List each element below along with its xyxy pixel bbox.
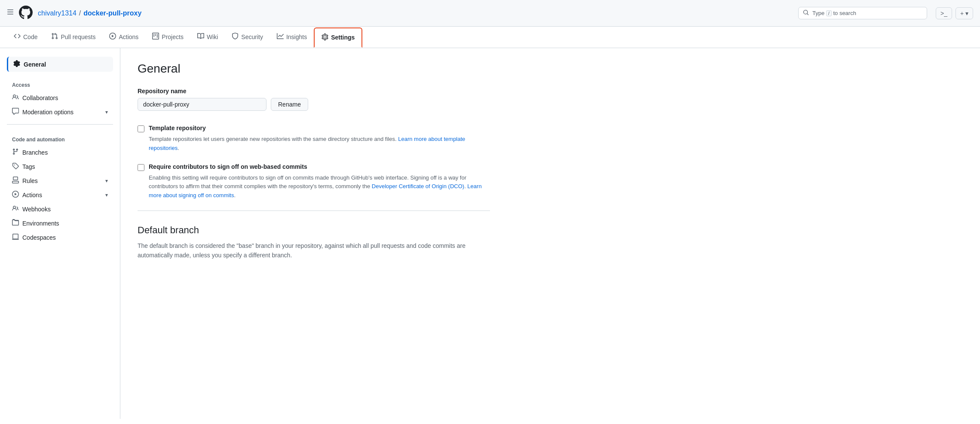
sign-off-desc: Enabling this setting will require contr… xyxy=(138,174,490,200)
repo-path: chivalry1314 / docker-pull-proxy xyxy=(38,9,141,17)
template-repo-label[interactable]: Template repository xyxy=(149,125,206,131)
tab-wiki-label: Wiki xyxy=(207,34,218,40)
default-branch-desc: The default branch is considered the "ba… xyxy=(138,241,490,260)
tab-settings-label: Settings xyxy=(331,34,355,41)
template-repo-section: Template repository Template repositorie… xyxy=(138,125,490,153)
terminal-button[interactable]: >_ xyxy=(936,7,952,19)
tab-insights-label: Insights xyxy=(286,34,307,40)
default-branch-heading: Default branch xyxy=(138,221,490,236)
tab-pull-requests[interactable]: Pull requests xyxy=(44,27,102,48)
access-section-label: Access xyxy=(7,75,113,91)
nav-tabs: Code Pull requests Actions Projects Wiki… xyxy=(0,27,980,48)
sidebar-general-label: General xyxy=(24,61,46,68)
sidebar-item-general[interactable]: General xyxy=(7,57,113,72)
settings-icon xyxy=(322,34,328,42)
search-kbd: / xyxy=(826,10,832,16)
sidebar-item-collaborators[interactable]: Collaborators xyxy=(7,91,113,105)
sidebar-item-environments[interactable]: Environments xyxy=(7,216,113,230)
search-bar[interactable]: Type / to search xyxy=(798,7,927,19)
github-logo[interactable] xyxy=(19,6,33,21)
rules-icon xyxy=(12,177,19,185)
tab-actions-label: Actions xyxy=(119,34,138,40)
rules-label: Rules xyxy=(22,177,38,184)
tab-code[interactable]: Code xyxy=(7,27,44,48)
sign-off-row: Require contributors to sign off on web-… xyxy=(138,163,490,171)
sidebar-item-rules[interactable]: Rules ▾ xyxy=(7,174,113,188)
repo-owner[interactable]: chivalry1314 xyxy=(38,9,77,17)
repo-name-row: Rename xyxy=(138,98,490,111)
pull-request-icon xyxy=(51,33,58,41)
topbar-actions: >_ + ▾ xyxy=(936,7,973,19)
insights-icon xyxy=(277,33,284,41)
repo-name-input[interactable] xyxy=(138,98,266,111)
sign-off-checkbox[interactable] xyxy=(138,164,144,171)
sign-off-label[interactable]: Require contributors to sign off on web-… xyxy=(149,163,307,170)
repo-name-section: Repository name Rename xyxy=(138,88,490,111)
page-title: General xyxy=(138,62,490,76)
webhooks-label: Webhooks xyxy=(22,206,51,213)
sidebar-item-branches[interactable]: Branches xyxy=(7,145,113,159)
code-automation-section-label: Code and automation xyxy=(7,130,113,145)
sign-off-section: Require contributors to sign off on web-… xyxy=(138,163,490,200)
moderation-icon xyxy=(12,108,19,116)
rules-chevron-icon: ▾ xyxy=(105,178,108,184)
actions-label: Actions xyxy=(22,192,42,198)
wiki-icon xyxy=(197,33,204,41)
sidebar-item-moderation[interactable]: Moderation options ▾ xyxy=(7,105,113,119)
main-content: General Repository name Rename Template … xyxy=(120,48,507,419)
moderation-label: Moderation options xyxy=(22,109,74,116)
repo-name-label: Repository name xyxy=(138,88,490,95)
actions-icon xyxy=(109,33,116,41)
tab-security-label: Security xyxy=(241,34,263,40)
webhooks-icon xyxy=(12,205,19,213)
sidebar: General Access Collaborators Moderation … xyxy=(0,48,120,419)
search-icon xyxy=(803,9,809,17)
tab-wiki[interactable]: Wiki xyxy=(190,27,225,48)
general-icon xyxy=(13,60,20,68)
search-label: Type / to search xyxy=(812,10,922,16)
branches-label: Branches xyxy=(22,149,48,156)
template-repo-desc: Template repositories let users generate… xyxy=(138,135,490,153)
sidebar-item-codespaces[interactable]: Codespaces xyxy=(7,230,113,244)
sidebar-divider xyxy=(7,124,113,125)
hamburger-menu[interactable] xyxy=(7,9,14,18)
tab-settings[interactable]: Settings xyxy=(314,27,362,48)
template-repo-row: Template repository xyxy=(138,125,490,132)
branches-icon xyxy=(12,148,19,156)
tab-code-label: Code xyxy=(23,34,37,40)
collaborators-label: Collaborators xyxy=(22,95,58,101)
new-item-button[interactable]: + ▾ xyxy=(956,7,973,19)
sidebar-item-tags[interactable]: Tags xyxy=(7,159,113,174)
page-layout: General Access Collaborators Moderation … xyxy=(0,48,980,419)
code-icon xyxy=(14,33,21,41)
sidebar-item-webhooks[interactable]: Webhooks xyxy=(7,202,113,216)
moderation-chevron-icon: ▾ xyxy=(105,109,108,115)
tab-pull-requests-label: Pull requests xyxy=(61,34,95,40)
sidebar-item-actions[interactable]: Actions ▾ xyxy=(7,188,113,202)
template-repo-checkbox[interactable] xyxy=(138,125,144,132)
tab-actions[interactable]: Actions xyxy=(102,27,145,48)
codespaces-icon xyxy=(12,233,19,241)
tags-icon xyxy=(12,162,19,171)
repo-name[interactable]: docker-pull-proxy xyxy=(83,9,141,17)
tab-projects[interactable]: Projects xyxy=(145,27,190,48)
security-icon xyxy=(232,33,239,41)
environments-icon xyxy=(12,219,19,227)
collaborators-icon xyxy=(12,94,19,102)
rename-button[interactable]: Rename xyxy=(271,98,308,111)
dco-link[interactable]: Developer Certificate of Origin (DCO) xyxy=(372,183,464,189)
environments-label: Environments xyxy=(22,220,59,227)
tab-insights[interactable]: Insights xyxy=(270,27,314,48)
tab-security[interactable]: Security xyxy=(225,27,270,48)
projects-icon xyxy=(152,33,159,41)
tags-label: Tags xyxy=(22,163,35,170)
section-divider xyxy=(138,210,490,211)
topbar: chivalry1314 / docker-pull-proxy Type / … xyxy=(0,0,980,27)
actions-sidebar-icon xyxy=(12,191,19,199)
tab-projects-label: Projects xyxy=(162,34,184,40)
codespaces-label: Codespaces xyxy=(22,234,56,241)
actions-chevron-icon: ▾ xyxy=(105,192,108,198)
